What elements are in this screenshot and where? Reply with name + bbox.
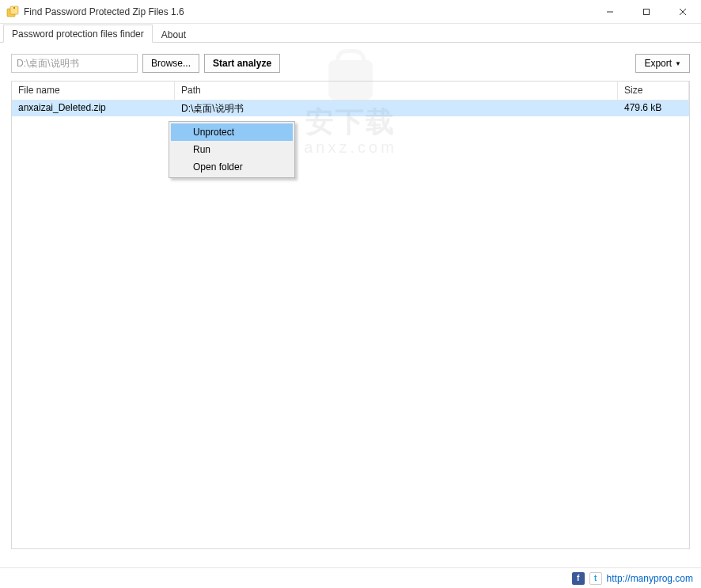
website-link[interactable]: http://manyprog.com <box>607 573 693 584</box>
toolbar: Browse... Start analyze Export ▼ <box>0 43 701 81</box>
twitter-icon[interactable]: t <box>589 572 602 585</box>
start-analyze-button[interactable]: Start analyze <box>204 54 280 73</box>
results-grid: File name Path Size anxaizai_Deleted.zip… <box>11 81 690 549</box>
titlebar: Find Password Protected Zip Files 1.6 <box>0 0 701 24</box>
browse-button[interactable]: Browse... <box>142 54 199 73</box>
cell-filename: anxaizai_Deleted.zip <box>12 101 175 116</box>
grid-body: anxaizai_Deleted.zip D:\桌面\说明书 479.6 kB … <box>12 101 689 116</box>
window-title: Find Password Protected Zip Files 1.6 <box>24 6 592 17</box>
watermark-text-2: anxz.com <box>304 138 397 157</box>
cell-size: 479.6 kB <box>618 101 689 116</box>
close-button[interactable] <box>665 0 701 23</box>
statusbar: f t http://manyprog.com <box>0 567 701 588</box>
maximize-button[interactable] <box>628 0 665 23</box>
facebook-icon[interactable]: f <box>572 572 585 585</box>
cell-path: D:\桌面\说明书 <box>175 101 618 116</box>
path-input[interactable] <box>11 54 138 73</box>
export-button[interactable]: Export ▼ <box>635 54 690 73</box>
column-header-path[interactable]: Path <box>175 82 618 100</box>
menu-item-unprotect[interactable]: Unprotect <box>171 123 293 141</box>
menu-item-open-folder[interactable]: Open folder <box>171 158 293 176</box>
tab-finder[interactable]: Password protection files finder <box>3 25 153 43</box>
tab-about[interactable]: About <box>153 25 195 43</box>
window-controls <box>592 0 701 23</box>
grid-header: File name Path Size <box>12 82 689 101</box>
menu-item-run[interactable]: Run <box>171 141 293 158</box>
tabstrip: Password protection files finder About <box>0 24 701 43</box>
svg-rect-2 <box>13 7 15 9</box>
column-header-filename[interactable]: File name <box>12 82 175 100</box>
app-icon <box>6 6 19 18</box>
svg-rect-4 <box>644 9 650 14</box>
table-row[interactable]: anxaizai_Deleted.zip D:\桌面\说明书 479.6 kB <box>12 101 689 116</box>
context-menu: Unprotect Run Open folder <box>169 121 295 178</box>
minimize-button[interactable] <box>592 0 628 23</box>
dropdown-arrow-icon: ▼ <box>675 60 681 67</box>
column-header-size[interactable]: Size <box>618 82 689 100</box>
export-label: Export <box>644 58 672 69</box>
